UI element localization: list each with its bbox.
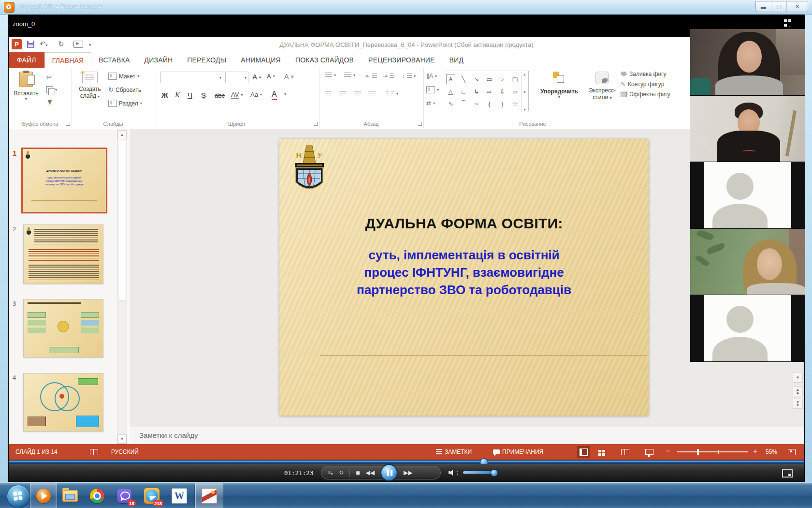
tab-animations[interactable]: АНИМАЦИЯ — [233, 52, 288, 68]
taskbar-viber[interactable]: 18 — [111, 483, 137, 508]
font-color-button[interactable]: A — [272, 90, 277, 100]
shuffle-icon[interactable]: ⇆ — [328, 470, 333, 476]
shape-right-brace-icon[interactable]: } — [496, 97, 509, 110]
reset-button[interactable]: ↻Сбросить — [108, 86, 141, 93]
shape-oval-icon[interactable]: ○ — [496, 72, 509, 86]
shape-right-arrow-icon[interactable]: ⇨ — [483, 86, 496, 97]
character-spacing-button[interactable]: AV▾ — [231, 91, 243, 99]
volume-handle[interactable] — [491, 469, 498, 477]
text-shadow-button[interactable]: S — [201, 91, 206, 99]
shape-left-brace-icon[interactable]: { — [483, 97, 496, 110]
shape-scribble-icon[interactable]: ∿ — [444, 97, 457, 110]
start-slideshow-button[interactable] — [73, 41, 83, 48]
columns-button[interactable]: ▾ — [386, 91, 398, 96]
shape-parallelogram-icon[interactable]: ▱ — [508, 86, 522, 97]
speaker-icon[interactable] — [449, 469, 458, 476]
close-button[interactable]: ✕ — [787, 1, 808, 12]
volume-slider[interactable] — [463, 471, 498, 474]
redo-button[interactable]: ↻ — [58, 40, 64, 48]
align-right-button[interactable] — [354, 91, 361, 96]
participant-video-4[interactable] — [690, 229, 805, 296]
language-indicator[interactable]: РУССКИЙ — [111, 448, 139, 455]
tab-insert[interactable]: ВСТАВКА — [91, 52, 137, 68]
zoom-percent[interactable]: 55% — [766, 448, 777, 455]
font-color-arrow[interactable]: ▾ — [284, 92, 286, 96]
participant-video-2[interactable] — [690, 96, 805, 163]
fullscreen-icon[interactable] — [782, 469, 793, 478]
previous-slide-button[interactable]: ▲▲ — [793, 386, 803, 396]
taskbar-telegram[interactable]: 218 — [139, 483, 165, 508]
font-dialog-launcher[interactable] — [314, 122, 318, 126]
slide-canvas[interactable]: Н У ДУАЛЬНА ФОРМА ОСВІТИ: суть, імплемен… — [279, 139, 649, 416]
shapes-scrollbar[interactable]: ▲▼▼ — [521, 72, 528, 112]
line-spacing-button[interactable]: ↕▾ — [402, 73, 416, 79]
italic-button[interactable]: К — [175, 91, 180, 99]
slide-thumbnail-1[interactable]: ДУАЛЬНА ФОРМА ОСВІТИ: суть, імплементаці… — [21, 148, 107, 213]
thumb-scroll-thumb[interactable] — [118, 140, 126, 300]
taskbar-wmp[interactable] — [30, 483, 57, 508]
pause-button[interactable] — [380, 464, 398, 481]
tab-slideshow[interactable]: ПОКАЗ СЛАЙДОВ — [288, 52, 361, 68]
shape-arc-icon[interactable]: ⌒ — [457, 97, 470, 110]
tab-design[interactable]: ДИЗАЙН — [137, 52, 180, 68]
save-button[interactable] — [27, 41, 34, 48]
fast-forward-button[interactable]: ▶▶ — [404, 470, 412, 476]
slide-thumbnail-2[interactable] — [23, 224, 103, 284]
participant-video-3[interactable] — [690, 162, 805, 229]
thumb-scroll-up-icon[interactable]: ▲ — [117, 130, 127, 139]
paragraph-dialog-launcher[interactable] — [418, 122, 422, 126]
decrease-indent-button[interactable]: ⇤ — [365, 73, 377, 79]
notes-pane[interactable]: Заметки к слайду — [130, 427, 804, 445]
convert-smartart-button[interactable]: ⇄▾ — [426, 100, 435, 106]
taskbar-word[interactable]: W — [166, 483, 192, 508]
scroll-down-icon[interactable]: ▼ — [793, 373, 803, 383]
shape-outline-button[interactable]: ✎Контур фигур — [621, 81, 670, 88]
shape-effects-button[interactable]: Эффекты фигу — [621, 91, 670, 98]
zoom-slider-handle[interactable] — [697, 449, 699, 455]
clipboard-dialog-launcher[interactable] — [66, 122, 70, 126]
undo-button[interactable]: ↶▾ — [40, 40, 48, 48]
align-left-button[interactable] — [325, 91, 332, 96]
exit-fullscreen-icon[interactable]: ← — [784, 19, 793, 27]
shape-line-icon[interactable]: ╲ — [457, 72, 470, 86]
numbering-button[interactable]: ▾ — [344, 73, 355, 78]
shape-arrow-icon[interactable]: ↘ — [470, 72, 483, 86]
clear-formatting-button[interactable]: A◆ — [284, 73, 294, 80]
zoom-out-button[interactable]: − — [666, 447, 670, 455]
shape-elbow-icon[interactable]: ∟ — [457, 86, 470, 97]
arrange-button[interactable]: Упорядочить ▾ — [537, 72, 581, 99]
stop-button[interactable]: ■ — [356, 469, 360, 476]
notes-toggle[interactable]: ЗАМЕТКИ — [436, 448, 472, 455]
new-slide-button[interactable]: ✶ Создать слайд ▾ — [75, 72, 104, 99]
zoom-slider[interactable] — [677, 451, 748, 452]
shape-rectangle-icon[interactable]: ▭ — [483, 72, 496, 86]
customize-qat-button[interactable]: ▾ — [89, 43, 91, 47]
paste-button[interactable]: Вставить ▾ — [14, 72, 39, 101]
section-button[interactable]: Раздел▾ — [108, 100, 142, 107]
fit-slide-button[interactable] — [788, 448, 796, 456]
tab-transitions[interactable]: ПЕРЕХОДЫ — [180, 52, 233, 68]
participant-video-5[interactable] — [690, 295, 805, 362]
taskbar-explorer[interactable] — [57, 483, 83, 508]
slide-thumbnail-4[interactable] — [23, 373, 103, 432]
tab-view[interactable]: ВИД — [442, 52, 471, 68]
format-painter-button[interactable] — [47, 100, 52, 105]
start-button[interactable] — [7, 485, 30, 508]
zoom-in-button[interactable]: + — [753, 447, 757, 455]
justify-button[interactable] — [368, 91, 376, 96]
shape-textbox-icon[interactable]: A — [446, 74, 455, 84]
tab-file[interactable]: ФАЙЛ — [9, 52, 44, 68]
spellcheck-icon[interactable] — [90, 448, 98, 456]
align-text-button[interactable]: ▾ — [426, 86, 439, 93]
shape-star-icon[interactable]: ☆ — [508, 97, 522, 110]
video-seek-bar[interactable] — [9, 460, 804, 464]
bold-button[interactable]: Ж — [161, 91, 168, 99]
taskbar-chrome[interactable] — [84, 483, 110, 508]
shape-fill-button[interactable]: Заливка фигу — [621, 71, 670, 77]
shape-rounded-rectangle-icon[interactable]: ▢ — [508, 72, 522, 86]
rewind-button[interactable]: ◀◀ — [366, 470, 375, 476]
taskbar-picture-manager[interactable] — [195, 483, 223, 508]
copy-button[interactable]: ▾ — [46, 86, 57, 93]
comments-toggle[interactable]: ПРИМЕЧАНИЯ — [493, 448, 543, 455]
shape-triangle-icon[interactable]: △ — [444, 86, 457, 97]
